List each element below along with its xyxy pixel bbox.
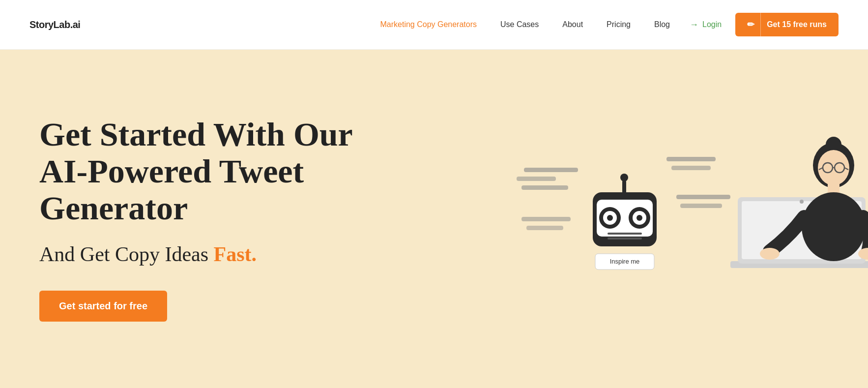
svg-rect-8 bbox=[608, 233, 642, 235]
logo: StoryLab.ai bbox=[29, 19, 80, 30]
svg-point-11 bbox=[620, 174, 628, 181]
svg-rect-18 bbox=[671, 166, 711, 170]
hero-subtitle: And Get Copy Ideas Fast. bbox=[39, 242, 354, 266]
nav-blog[interactable]: Blog bbox=[654, 20, 670, 29]
svg-point-26 bbox=[800, 200, 804, 204]
hero-illustration: Inspire me bbox=[426, 50, 868, 388]
get-started-button[interactable]: Get started for free bbox=[39, 291, 167, 322]
svg-point-37 bbox=[802, 192, 866, 261]
svg-rect-14 bbox=[524, 168, 578, 172]
svg-text:Inspire me: Inspire me bbox=[610, 258, 640, 265]
nav-about[interactable]: About bbox=[562, 20, 583, 29]
hero-subtitle-plain: And Get Copy Ideas bbox=[39, 243, 214, 266]
navbar: StoryLab.ai Marketing Copy Generators Us… bbox=[0, 0, 868, 50]
nav-marketing-copy-generators[interactable]: Marketing Copy Generators bbox=[380, 20, 477, 29]
hero-content: Get Started With Our AI-Powered Tweet Ge… bbox=[39, 116, 354, 321]
nav-use-cases[interactable]: Use Cases bbox=[500, 20, 539, 29]
svg-rect-20 bbox=[680, 204, 722, 208]
svg-rect-16 bbox=[521, 185, 568, 190]
svg-rect-10 bbox=[622, 180, 626, 194]
svg-point-4 bbox=[607, 215, 613, 221]
hero-title: Get Started With Our AI-Powered Tweet Ge… bbox=[39, 116, 354, 226]
svg-rect-19 bbox=[676, 195, 730, 199]
svg-rect-21 bbox=[521, 217, 571, 221]
cta-divider bbox=[760, 13, 761, 36]
svg-point-7 bbox=[637, 215, 642, 221]
svg-rect-22 bbox=[526, 226, 563, 230]
nav-links: Marketing Copy Generators Use Cases Abou… bbox=[380, 20, 670, 29]
svg-rect-9 bbox=[608, 238, 642, 239]
login-label: Login bbox=[702, 20, 722, 29]
get-free-runs-button[interactable]: ✏ Get 15 free runs bbox=[735, 13, 839, 36]
svg-point-38 bbox=[760, 248, 780, 260]
cta-label: Get 15 free runs bbox=[767, 20, 827, 29]
login-link[interactable]: → Login bbox=[690, 20, 722, 30]
hero-section: Get Started With Our AI-Powered Tweet Ge… bbox=[0, 50, 868, 388]
pen-icon: ✏ bbox=[747, 19, 754, 30]
hero-subtitle-highlight: Fast. bbox=[214, 243, 257, 266]
svg-rect-17 bbox=[666, 157, 716, 161]
nav-pricing[interactable]: Pricing bbox=[607, 20, 631, 29]
svg-rect-15 bbox=[517, 177, 556, 181]
login-icon: → bbox=[690, 20, 698, 30]
